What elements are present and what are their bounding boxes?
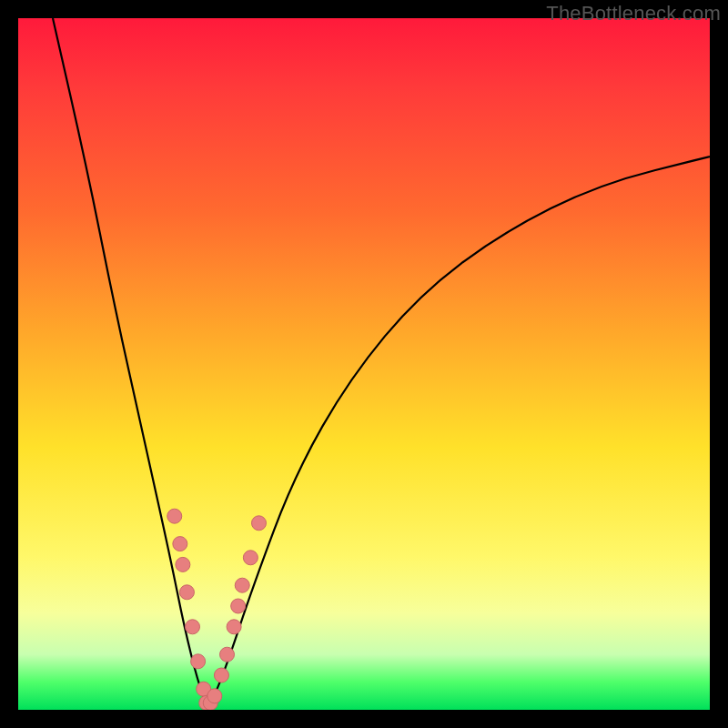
plot-area (18, 18, 710, 710)
scatter-dot (227, 620, 241, 634)
chart-frame: TheBottleneck.com (0, 0, 728, 728)
scatter-dot (176, 557, 190, 571)
scatter-dot (173, 537, 187, 551)
scatter-dot (251, 516, 266, 531)
scatter-dot (220, 647, 235, 662)
curve-left (53, 18, 208, 710)
curve-right (208, 157, 710, 710)
scatter-dot (179, 585, 194, 600)
scatter-dot (186, 620, 200, 634)
scatter-dot (167, 509, 182, 523)
scatter-dot (231, 599, 246, 613)
scatter-dot (191, 654, 206, 669)
scatter-dot (235, 578, 249, 592)
scatter-dot (214, 668, 228, 682)
scatter-group (167, 509, 267, 710)
scatter-dot (207, 689, 222, 703)
watermark-text: TheBottleneck.com (546, 2, 721, 25)
scatter-dot (243, 551, 258, 565)
chart-svg (18, 18, 710, 710)
